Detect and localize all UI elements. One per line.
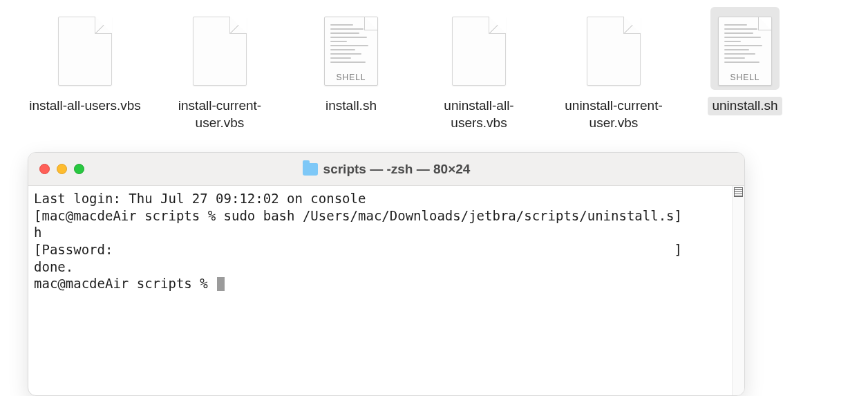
minimize-button[interactable] — [57, 164, 67, 174]
file-label: install.sh — [321, 97, 381, 115]
terminal-prompt: mac@macdeAir scripts % — [34, 276, 216, 291]
file-install-current-user-vbs[interactable]: install-current-user.vbs — [151, 7, 289, 132]
file-label: install-all-users.vbs — [25, 97, 145, 115]
window-title-text: scripts — -zsh — 80×24 — [323, 162, 471, 177]
finder-file-row: install-all-users.vbs install-current-us… — [0, 7, 868, 132]
window-controls — [39, 164, 84, 174]
file-icon — [444, 7, 513, 90]
zoom-button[interactable] — [74, 164, 84, 174]
file-uninstall-all-users-vbs[interactable]: uninstall-all-users.vbs — [413, 7, 545, 132]
file-icon — [185, 7, 254, 90]
blank-document-icon — [587, 17, 641, 86]
file-uninstall-sh[interactable]: SHELL uninstall.sh — [683, 7, 807, 132]
terminal-body[interactable]: Last login: Thu Jul 27 09:12:02 on conso… — [28, 186, 744, 395]
close-button[interactable] — [39, 164, 50, 174]
file-label: install-current-user.vbs — [158, 97, 282, 132]
terminal-cursor — [217, 277, 225, 291]
file-icon — [579, 7, 648, 90]
file-label: uninstall-all-users.vbs — [417, 97, 541, 132]
file-install-sh[interactable]: SHELL install.sh — [289, 7, 413, 132]
folder-icon — [303, 163, 318, 176]
file-install-all-users-vbs[interactable]: install-all-users.vbs — [19, 7, 151, 132]
blank-document-icon — [452, 17, 506, 86]
shell-tag: SHELL — [325, 73, 377, 82]
terminal-window[interactable]: scripts — -zsh — 80×24 Last login: Thu J… — [28, 152, 745, 396]
shell-document-icon: SHELL — [718, 17, 772, 86]
scroll-position-marker — [734, 187, 743, 197]
file-icon: SHELL — [710, 7, 780, 90]
terminal-line: [Password: ] — [34, 242, 682, 257]
terminal-line: [mac@macdeAir scripts % sudo bash /Users… — [34, 208, 682, 223]
terminal-line: Last login: Thu Jul 27 09:12:02 on conso… — [34, 191, 366, 206]
terminal-line: done. — [34, 259, 73, 274]
blank-document-icon — [193, 17, 247, 86]
file-uninstall-current-user-vbs[interactable]: uninstall-current-user.vbs — [545, 7, 683, 132]
blank-document-icon — [58, 17, 112, 86]
scrollbar[interactable] — [732, 186, 744, 395]
terminal-titlebar[interactable]: scripts — -zsh — 80×24 — [28, 153, 744, 186]
shell-document-icon: SHELL — [324, 17, 378, 86]
window-title: scripts — -zsh — 80×24 — [28, 162, 744, 177]
file-label: uninstall-current-user.vbs — [551, 97, 676, 132]
file-icon: SHELL — [317, 7, 386, 90]
terminal-line: h — [34, 225, 41, 240]
file-icon — [50, 7, 120, 90]
terminal-output[interactable]: Last login: Thu Jul 27 09:12:02 on conso… — [28, 186, 732, 395]
shell-tag: SHELL — [719, 73, 771, 82]
file-label: uninstall.sh — [708, 97, 782, 115]
